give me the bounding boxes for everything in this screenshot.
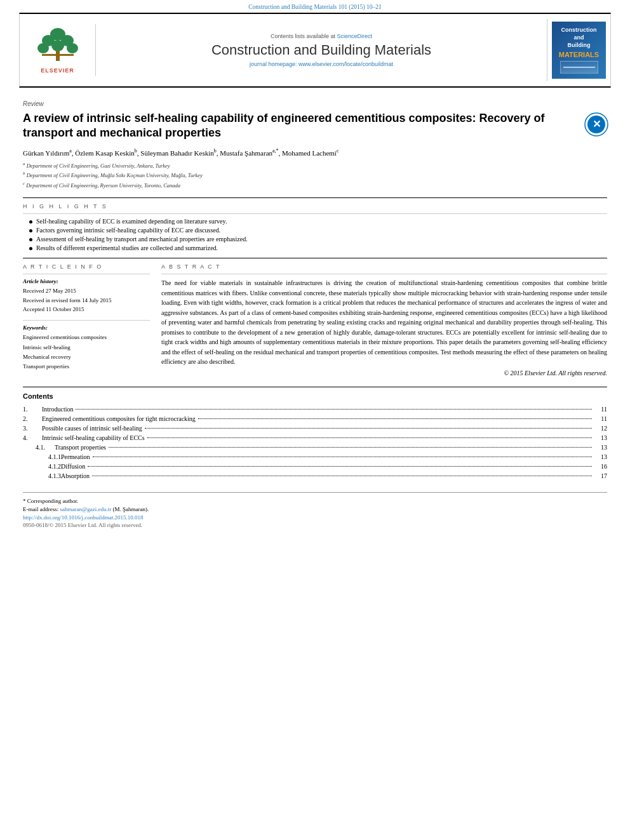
- keyword-4: Transport properties: [23, 362, 150, 371]
- elsevier-tree-icon: [36, 27, 80, 65]
- affiliation-c: c Department of Civil Engineering, Ryers…: [23, 180, 607, 190]
- highlight-1: Self-healing capability of ECC is examin…: [29, 218, 607, 225]
- journal-logo-box: ConstructionandBuilding MATERIALS: [552, 22, 606, 79]
- abstract-col: A B S T R A C T The need for viable mate…: [161, 263, 607, 377]
- article-info-col: A R T I C L E I N F O Article history: R…: [23, 263, 150, 377]
- affiliation-a: a Department of Civil Engineering, Gazi …: [23, 161, 607, 170]
- article-info-label: A R T I C L E I N F O: [23, 263, 150, 270]
- contents-section: Contents 1. Introduction 11 2. Engineere…: [23, 387, 607, 479]
- contents-item-1: 1. Introduction 11: [23, 405, 607, 413]
- svg-rect-7: [42, 54, 74, 56]
- journal-center: Contents lists available at ScienceDirec…: [96, 30, 547, 70]
- footer-doi[interactable]: http://dx.doi.org/10.1016/j.conbuildmat.…: [23, 514, 607, 521]
- footer-email-address: sahmaran@gazi.edu.tr: [60, 506, 111, 512]
- article-type-label: Review: [23, 100, 607, 107]
- contents-item-4-1-2: 4.1.2. Diffusion 16: [23, 462, 607, 470]
- affiliation-b: b Department of Civil Engineering, Muğla…: [23, 170, 607, 180]
- crossmark-icon: ✕: [584, 112, 608, 137]
- keyword-1: Engineered cementitious composites: [23, 333, 150, 342]
- keywords-list: Engineered cementitious composites Intri…: [23, 333, 150, 371]
- footer-issn: 0950-0618/© 2015 Elsevier Ltd. All right…: [23, 522, 607, 528]
- article-history-label: Article history:: [23, 278, 150, 284]
- highlight-2: Factors governing intrinsic self-healing…: [29, 227, 607, 234]
- article-title-block: A review of intrinsic self-healing capab…: [23, 111, 607, 141]
- journal-title: Construction and Building Materials: [102, 42, 540, 58]
- divider-thick-1: [23, 197, 607, 198]
- accepted-date: Accepted 11 October 2015: [23, 305, 150, 314]
- svg-point-5: [67, 43, 78, 53]
- article-history-dates: Received 27 May 2015 Received in revised…: [23, 286, 150, 314]
- svg-text:✕: ✕: [593, 119, 601, 130]
- highlights-divider: [23, 213, 607, 214]
- contents-item-4-1: 4.1. Transport properties 13: [23, 443, 607, 451]
- journal-header: ELSEVIER Contents lists available at Sci…: [19, 13, 611, 88]
- keywords-label: Keywords:: [23, 324, 150, 331]
- page: Construction and Building Materials 101 …: [0, 0, 630, 840]
- abstract-copyright: © 2015 Elsevier Ltd. All rights reserved…: [161, 370, 607, 377]
- contents-item-3: 3. Possible causes of intrinsic self-hea…: [23, 424, 607, 432]
- homepage-url: www.elsevier.com/locate/conbuildmat: [298, 61, 393, 67]
- highlight-3: Assessment of self-healing by transport …: [29, 236, 607, 243]
- abstract-divider: [161, 274, 607, 274]
- science-direct-line: Contents lists available at ScienceDirec…: [102, 33, 540, 39]
- journal-right-logo: ConstructionandBuilding MATERIALS: [547, 19, 610, 81]
- bullet-icon-2: [29, 229, 32, 232]
- rl-materials: MATERIALS: [559, 51, 599, 58]
- keyword-2: Intrinsic self-healing: [23, 343, 150, 352]
- footer-corresponding: * Corresponding author.: [23, 498, 607, 504]
- svg-point-4: [51, 40, 64, 51]
- two-col-section: A R T I C L E I N F O Article history: R…: [23, 263, 607, 377]
- top-citation: Construction and Building Materials 101 …: [0, 0, 630, 13]
- abstract-text: The need for viable materials in sustain…: [161, 278, 607, 367]
- main-content: Review A review of intrinsic self-healin…: [0, 88, 630, 535]
- svg-point-3: [37, 43, 49, 53]
- highlights-label: H I G H L I G H T S: [23, 203, 607, 210]
- elsevier-label: ELSEVIER: [41, 67, 74, 74]
- received-date: Received 27 May 2015: [23, 286, 150, 295]
- contents-item-4: 4. Intrinsic self-healing capability of …: [23, 434, 607, 441]
- crossmark-badge: ✕: [584, 112, 607, 135]
- highlights-list: Self-healing capability of ECC is examin…: [23, 218, 607, 251]
- contents-list: 1. Introduction 11 2. Engineered cementi…: [23, 405, 607, 479]
- bullet-icon-1: [29, 220, 32, 223]
- elsevier-logo: ELSEVIER: [20, 24, 96, 76]
- contents-label: Contents: [23, 392, 607, 400]
- keyword-3: Mechanical recovery: [23, 352, 150, 362]
- received-revised-date: Received in revised form 14 July 2015: [23, 296, 150, 305]
- highlight-4: Results of different experimental studie…: [29, 244, 607, 251]
- highlights-section: H I G H L I G H T S Self-healing capabil…: [23, 203, 607, 251]
- keywords-divider: [23, 320, 150, 321]
- divider-thick-2: [23, 258, 607, 258]
- contents-item-2: 2. Engineered cementitious composites fo…: [23, 415, 607, 422]
- article-info-divider: [23, 274, 150, 274]
- article-title-text: A review of intrinsic self-healing capab…: [23, 111, 578, 141]
- affiliations: a Department of Civil Engineering, Gazi …: [23, 161, 607, 190]
- citation-text: Construction and Building Materials 101 …: [248, 4, 382, 10]
- abstract-label: A B S T R A C T: [161, 263, 607, 270]
- bullet-icon-4: [29, 247, 32, 250]
- contents-item-4-1-3: 4.1.3. Absorption 17: [23, 472, 607, 479]
- contents-item-4-1-1: 4.1.1. Permeation 13: [23, 453, 607, 460]
- footer-section: * Corresponding author. E-mail address: …: [23, 492, 607, 528]
- bullet-icon-3: [29, 238, 32, 241]
- science-direct-link[interactable]: ScienceDirect: [337, 33, 373, 39]
- authors: Gürkan Yıldırıma, Özlem Kasap Keskinb, S…: [23, 147, 607, 158]
- rl-construction: ConstructionandBuilding: [561, 27, 597, 49]
- journal-homepage: journal homepage: www.elsevier.com/locat…: [102, 61, 540, 67]
- footer-email: E-mail address: sahmaran@gazi.edu.tr (M.…: [23, 506, 607, 512]
